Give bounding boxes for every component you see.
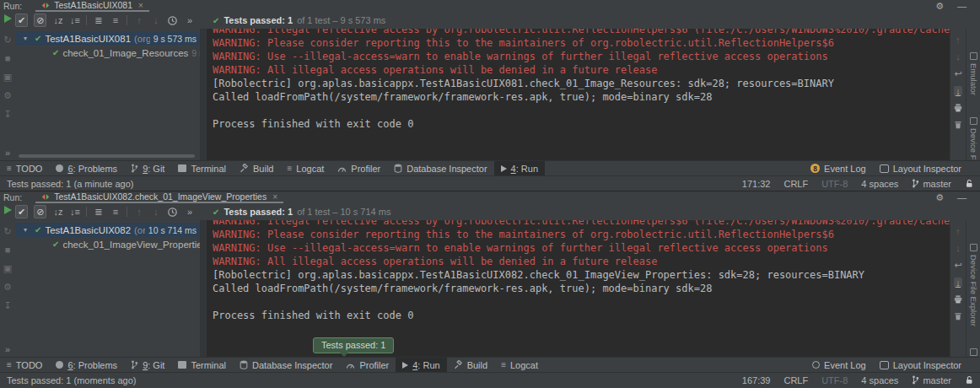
console-output[interactable]: WARNING: Illegal reflective access by or… xyxy=(207,220,950,357)
chevron-down-icon[interactable]: ▾ xyxy=(24,226,31,234)
test-history-icon[interactable] xyxy=(167,15,178,26)
toolwindow-terminal[interactable]: Terminal xyxy=(171,161,233,175)
toolwindow-profiler[interactable]: Profiler xyxy=(331,161,387,175)
next-occurrence-icon: ↓ xyxy=(150,14,161,27)
soft-wrap-icon[interactable]: ↩ xyxy=(954,260,961,271)
toolwindow-git[interactable]: 9: Git xyxy=(124,161,171,175)
test-settings-icon[interactable]: ⚙ xyxy=(3,91,12,100)
minimize-icon[interactable]: — xyxy=(957,1,967,11)
expand-all-icon[interactable]: ≣ xyxy=(93,206,104,218)
import-tests-icon[interactable]: ↧ xyxy=(3,301,11,310)
sort-alphabetically-icon[interactable]: ↓z xyxy=(52,206,63,218)
more-tools-chevrons-icon[interactable]: » xyxy=(5,345,10,354)
sort-by-duration-icon[interactable]: ↓≡ xyxy=(69,14,80,27)
toolwindow-todo[interactable]: ≡TODO xyxy=(0,358,49,372)
rerun-failed-icon[interactable]: ↻ xyxy=(3,227,11,236)
gear-icon[interactable]: ⚙ xyxy=(935,192,944,203)
run-tab[interactable]: TestA1BasicUIX081 × xyxy=(35,0,149,12)
sort-alphabetically-icon[interactable]: ↓z xyxy=(52,14,63,27)
splitter[interactable] xyxy=(200,220,207,357)
print-icon[interactable] xyxy=(953,103,963,113)
test-tree-row-method[interactable]: ✔ check_01_ImageView_Properties 10 s 714… xyxy=(15,237,200,251)
rerun-tests-button[interactable] xyxy=(4,14,12,23)
test-tree-row-root[interactable]: ▾ ✔ TestA1BasicUIX082 (org.aplas.basica … xyxy=(15,223,200,237)
clear-console-trash-icon[interactable] xyxy=(953,311,963,321)
lock-icon[interactable] xyxy=(965,179,973,188)
git-branch-widget[interactable]: master xyxy=(912,179,951,189)
test-history-icon[interactable] xyxy=(167,207,178,218)
toolwindow-terminal[interactable]: Terminal xyxy=(171,358,233,372)
profiler-icon xyxy=(346,361,355,369)
terminal-icon xyxy=(178,164,186,172)
toolwindow-logcat[interactable]: ≡Logcat xyxy=(280,161,331,175)
toolwindow-run[interactable]: 4: Run xyxy=(396,358,446,372)
console-line: Called loadFromPath(/system/framework/fr… xyxy=(213,282,950,295)
event-log-button[interactable]: 8Event Log xyxy=(804,164,873,174)
layout-inspector-button[interactable]: Layout Inspector xyxy=(873,164,968,174)
show-passed-toggle[interactable]: ✔ xyxy=(15,205,28,218)
run-tab-title: TestA1BasicUIX082.check_01_ImageView_Pro… xyxy=(54,191,267,202)
chevron-down-icon[interactable]: ▾ xyxy=(24,35,31,42)
gear-icon[interactable]: ⚙ xyxy=(935,1,944,12)
toolwindow-database-inspector[interactable]: Database Inspector xyxy=(233,358,339,372)
print-icon[interactable] xyxy=(953,294,963,304)
logcat-icon: ≡ xyxy=(287,164,292,173)
scroll-to-end-icon[interactable]: ↓ xyxy=(954,278,962,288)
run-configuration-icon xyxy=(41,2,50,9)
horizontal-scrollbar[interactable] xyxy=(19,154,195,158)
more-tools-chevrons-icon[interactable]: » xyxy=(5,148,10,158)
console-output[interactable]: WARNING: Illegal reflective access by or… xyxy=(207,29,950,160)
caret-position[interactable]: 167:39 xyxy=(742,375,771,385)
lock-icon[interactable] xyxy=(965,375,973,385)
line-ending[interactable]: CRLF xyxy=(783,375,808,385)
toolwindow-logcat[interactable]: ≡Logcat xyxy=(494,358,545,372)
run-tab[interactable]: TestA1BasicUIX082.check_01_ImageView_Pro… xyxy=(35,191,283,203)
minimize-icon[interactable]: — xyxy=(957,192,967,202)
expand-all-icon[interactable]: ≣ xyxy=(93,14,104,27)
test-settings-icon[interactable]: ⚙ xyxy=(3,283,12,292)
collapse-all-icon[interactable]: ≡ xyxy=(110,206,121,218)
console-line: Process finished with exit code 0 xyxy=(213,309,950,322)
close-tab-icon[interactable]: × xyxy=(272,192,277,202)
close-tab-icon[interactable]: × xyxy=(138,1,143,10)
rerun-tests-button[interactable] xyxy=(4,206,12,214)
toolwindow-problems[interactable]: 6: Problems xyxy=(49,161,124,175)
sort-by-duration-icon[interactable]: ↓≡ xyxy=(69,206,80,218)
file-encoding[interactable]: UTF-8 xyxy=(821,179,848,189)
console-line: Process finished with exit code 0 xyxy=(213,117,950,131)
toolwindow-run[interactable]: 4: Run xyxy=(494,161,545,175)
caret-position[interactable]: 171:32 xyxy=(742,179,771,189)
more-options-chevrons-icon[interactable]: » xyxy=(184,206,195,218)
clear-console-trash-icon[interactable] xyxy=(953,120,963,130)
soft-wrap-icon[interactable]: ↩ xyxy=(954,68,961,79)
sidebar-tab-emulator[interactable]: Emulator xyxy=(969,52,978,95)
line-ending[interactable]: CRLF xyxy=(783,179,808,189)
test-tree-row-method[interactable]: ✔ check_01_Image_Resources 9 s 573 ms xyxy=(15,46,200,60)
git-branch-widget[interactable]: master xyxy=(912,375,951,385)
import-tests-icon[interactable]: ↧ xyxy=(3,110,11,119)
toolwindow-database-inspector[interactable]: Database Inspector xyxy=(387,161,493,175)
sidebar-tab-device-file-explorer[interactable]: Device File Explorer xyxy=(969,244,978,326)
indent-setting[interactable]: 4 spaces xyxy=(861,179,898,189)
rerun-failed-icon[interactable]: ↻ xyxy=(3,35,11,45)
toolwindow-git[interactable]: 9: Git xyxy=(124,358,171,372)
show-passed-toggle[interactable]: ✔ xyxy=(15,13,28,27)
show-ignored-toggle[interactable]: ⊘ xyxy=(34,205,46,218)
more-options-chevrons-icon[interactable]: » xyxy=(184,14,195,27)
toolwindow-build[interactable]: Build xyxy=(447,358,494,372)
indent-setting[interactable]: 4 spaces xyxy=(861,375,898,385)
tests-passed-detail: of 1 test – 10 s 714 ms xyxy=(297,207,390,217)
test-tree-row-root[interactable]: ▾ ✔ TestA1BasicUIX081 (org.aplas.basica … xyxy=(15,31,200,46)
toolwindow-todo[interactable]: ≡TODO xyxy=(0,161,49,175)
scroll-to-end-icon[interactable]: ↓ xyxy=(954,86,962,96)
file-encoding[interactable]: UTF-8 xyxy=(821,375,848,385)
event-log-button[interactable]: Event Log xyxy=(805,360,873,370)
toolwindow-build[interactable]: Build xyxy=(233,161,280,175)
test-passed-icon: ✔ xyxy=(35,225,41,234)
collapse-all-icon[interactable]: ≡ xyxy=(110,14,121,27)
status-message: Tests passed: 1 (moments ago) xyxy=(7,375,136,385)
splitter[interactable] xyxy=(200,29,207,160)
show-ignored-toggle[interactable]: ⊘ xyxy=(34,13,46,27)
toolwindow-problems[interactable]: 6: Problems xyxy=(49,358,124,372)
layout-inspector-button[interactable]: Layout Inspector xyxy=(873,360,968,370)
